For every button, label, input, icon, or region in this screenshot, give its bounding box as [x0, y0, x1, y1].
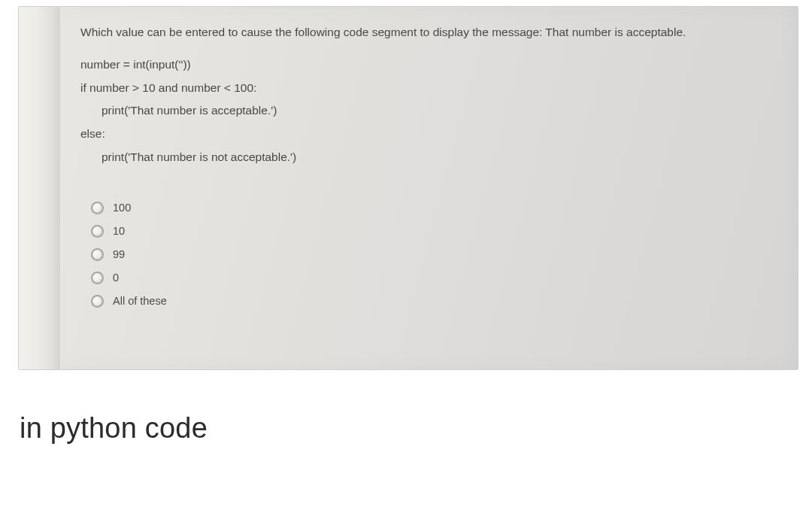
code-block: number = int(input('')) if number > 10 a…: [80, 56, 798, 167]
radio-icon[interactable]: [91, 272, 104, 284]
options-group: 100 10 99 0 All of these: [80, 202, 798, 308]
radio-icon[interactable]: [91, 202, 104, 214]
option-row[interactable]: 99: [91, 248, 798, 261]
option-row[interactable]: All of these: [91, 295, 798, 308]
radio-icon[interactable]: [91, 295, 104, 308]
option-label: All of these: [113, 295, 167, 307]
code-line-1: number = int(input('')): [80, 56, 798, 74]
option-row[interactable]: 10: [91, 225, 798, 238]
radio-icon[interactable]: [91, 248, 104, 261]
code-line-3: print('That number is acceptable.'): [80, 102, 798, 120]
page-curl-shadow: [19, 7, 61, 369]
code-line-4: else:: [80, 125, 798, 144]
page-caption: in python code: [20, 412, 812, 445]
option-label: 10: [113, 225, 125, 237]
code-line-2: if number > 10 and number < 100:: [80, 79, 798, 98]
question-prompt: Which value can be entered to cause the …: [80, 23, 798, 42]
code-line-5: print('That number is not acceptable.'): [80, 148, 798, 167]
option-row[interactable]: 0: [91, 272, 798, 284]
option-label: 0: [113, 272, 119, 284]
radio-icon[interactable]: [91, 225, 104, 238]
question-panel: Which value can be entered to cause the …: [18, 6, 798, 370]
option-label: 99: [113, 248, 125, 260]
option-label: 100: [113, 202, 131, 214]
option-row[interactable]: 100: [91, 202, 798, 214]
